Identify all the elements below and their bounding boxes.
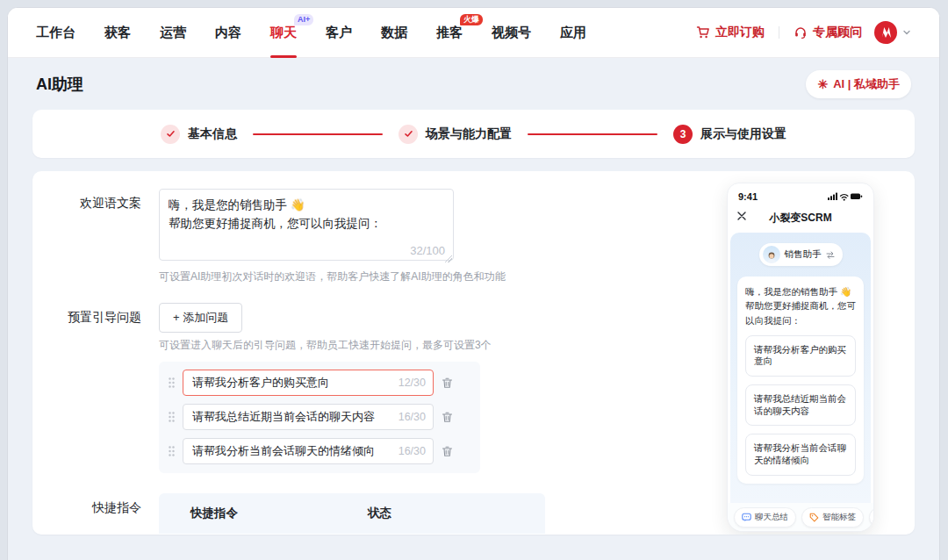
suggestion-button-3[interactable]: 请帮我分析当前会话聊天的情绪倾向	[745, 434, 856, 475]
step-basic-info[interactable]: 基本信息	[161, 125, 237, 144]
nav-item-workbench[interactable]: 工作台	[36, 8, 75, 58]
nav-items: 工作台 获客 运营 内容 聊天 AI+ 客户 数据 推客 火爆 视频号 应用	[36, 8, 586, 58]
hot-badge: 火爆	[460, 14, 483, 25]
phone-preview: 9:41 小裂变SCRM 销售助手	[727, 183, 874, 532]
nav-label: 运营	[160, 25, 186, 41]
question-input-3[interactable]	[183, 438, 434, 464]
nav-label: 获客	[104, 25, 131, 41]
welcome-message-text: 嗨，我是您的销售助手 👋 帮助您更好捕捉商机，您可以向我提问：	[745, 284, 856, 327]
chat-bubble-icon	[742, 513, 751, 522]
phone-toolbar: 聊天总结 智能标签 话术推荐 情感分析	[728, 503, 873, 531]
page-title: AI助理	[36, 74, 83, 95]
welcome-message-bubble: 嗨，我是您的销售助手 👋 帮助您更好捕捉商机，您可以向我提问： 请帮我分析客户的…	[737, 276, 864, 484]
divider	[779, 26, 779, 39]
check-icon	[404, 129, 413, 139]
app-window: 工作台 获客 运营 内容 聊天 AI+ 客户 数据 推客 火爆 视频号 应用 立…	[7, 7, 940, 560]
signal-icon	[828, 193, 837, 200]
add-question-button[interactable]: + 添加问题	[159, 303, 242, 333]
step-label: 展示与使用设置	[700, 126, 786, 142]
battery-icon	[851, 193, 862, 199]
drag-handle-icon[interactable]	[168, 411, 176, 423]
delete-question-icon[interactable]	[441, 377, 454, 390]
setup-stepper: 基本信息 场景与能力配置 3 展示与使用设置	[32, 110, 915, 158]
nav-item-content[interactable]: 内容	[215, 8, 241, 58]
swap-icon	[826, 251, 835, 259]
question-input-wrap: 12/30	[183, 370, 434, 396]
step-display-usage[interactable]: 3 展示与使用设置	[673, 125, 786, 144]
brand-lightning-icon	[880, 26, 892, 39]
question-input-2[interactable]	[183, 404, 434, 430]
nav-label: 客户	[326, 25, 352, 41]
resize-handle-icon[interactable]	[444, 255, 452, 262]
col-header-status: 状态	[368, 506, 391, 521]
headset-icon	[794, 25, 808, 39]
step-current-circle: 3	[673, 125, 693, 144]
nav-item-promoter[interactable]: 推客 火爆	[436, 8, 463, 58]
question-row: 12/30	[168, 370, 471, 396]
shortcut-table: 快捷指令 状态	[159, 493, 545, 535]
nav-item-leads[interactable]: 获客	[104, 8, 131, 58]
delete-question-icon[interactable]	[441, 445, 454, 458]
close-icon[interactable]	[736, 211, 747, 221]
page-header: AI助理 ✳ AI | 私域助手	[8, 58, 939, 110]
drag-handle-icon[interactable]	[168, 445, 176, 457]
status-icons	[828, 191, 863, 201]
step-scene-ability[interactable]: 场景与能力配置	[399, 125, 512, 144]
chip-chat-summary[interactable]: 聊天总结	[734, 507, 796, 528]
chevron-down-icon[interactable]	[902, 28, 911, 37]
ai-plus-badge: AI+	[294, 14, 313, 25]
advisor-button[interactable]: 专属顾问	[794, 25, 862, 40]
nav-item-customers[interactable]: 客户	[326, 8, 352, 58]
welcome-help-text: 可设置AI助理初次对话时的欢迎语，帮助客户快速了解AI助理的角色和功能	[159, 269, 506, 284]
drag-handle-icon[interactable]	[168, 377, 176, 389]
questions-help-text: 可设置进入聊天后的引导问题，帮助员工快速开始提问，最多可设置3个	[159, 338, 492, 353]
welcome-message-label: 欢迎语文案	[54, 189, 159, 284]
advisor-label: 专属顾问	[813, 25, 862, 40]
nav-label: 数据	[381, 25, 407, 41]
phone-status-bar: 9:41	[728, 183, 873, 205]
chat-preview-area: 销售助手 嗨，我是您的销售助手 👋 帮助您更好捕捉商机，您可以向我提问： 请帮我…	[730, 233, 871, 503]
questions-panel: 12/30 16/30	[159, 362, 480, 473]
wifi-icon	[841, 195, 848, 201]
welcome-textarea-wrap: 嗨，我是您的销售助手 👋 帮助您更好捕捉商机，您可以向我提问： 32/100	[159, 189, 454, 264]
delete-question-icon[interactable]	[441, 411, 454, 424]
assistant-switcher[interactable]: 销售助手	[759, 243, 843, 266]
chip-label: 聊天总结	[755, 512, 788, 523]
suggestion-button-2[interactable]: 请帮我总结近期当前会话的聊天内容	[745, 384, 856, 426]
nav-item-chat[interactable]: 聊天 AI+	[270, 8, 297, 58]
nav-label: 工作台	[36, 25, 75, 41]
question-input-1[interactable]	[183, 370, 434, 396]
question-input-wrap: 16/30	[183, 404, 434, 430]
nav-label: 聊天	[270, 25, 297, 41]
shortcut-table-row-clipped	[159, 534, 545, 535]
char-counter: 32/100	[410, 244, 445, 257]
phone-time: 9:41	[738, 191, 758, 202]
preset-questions-label: 预置引导问题	[54, 303, 159, 473]
ai-badge-label: AI | 私域助手	[833, 76, 900, 92]
step-connector	[253, 133, 383, 135]
user-avatar[interactable]	[874, 21, 897, 44]
order-now-label: 立即订购	[715, 25, 765, 40]
phone-app-header: 小裂变SCRM	[728, 205, 873, 230]
order-now-button[interactable]: 立即订购	[696, 25, 765, 40]
nav-actions: 立即订购 专属顾问	[696, 21, 911, 44]
suggestion-button-1[interactable]: 请帮我分析客户的购买意向	[745, 335, 856, 377]
step-label: 基本信息	[188, 126, 237, 142]
display-settings-card: 欢迎语文案 嗨，我是您的销售助手 👋 帮助您更好捕捉商机，您可以向我提问： 32…	[32, 171, 915, 535]
question-row: 16/30	[168, 438, 471, 464]
nav-label: 视频号	[492, 25, 531, 41]
check-icon	[166, 129, 176, 139]
phone-app-title: 小裂变SCRM	[769, 211, 831, 226]
nav-item-apps[interactable]: 应用	[560, 8, 586, 58]
nav-item-data[interactable]: 数据	[381, 8, 407, 58]
nav-label: 内容	[215, 25, 241, 41]
chip-smart-tags[interactable]: 智能标签	[801, 507, 864, 528]
tag-icon	[809, 513, 819, 522]
ai-private-assistant-badge[interactable]: ✳ AI | 私域助手	[806, 70, 911, 98]
page-content: AI助理 ✳ AI | 私域助手 基本信息 场景与能力配置	[8, 58, 939, 560]
nav-item-video-channel[interactable]: 视频号	[492, 8, 531, 58]
nav-item-operations[interactable]: 运营	[160, 8, 186, 58]
ai-swirl-icon: ✳	[817, 78, 828, 90]
cart-icon	[696, 25, 710, 39]
question-input-wrap: 16/30	[183, 438, 434, 464]
